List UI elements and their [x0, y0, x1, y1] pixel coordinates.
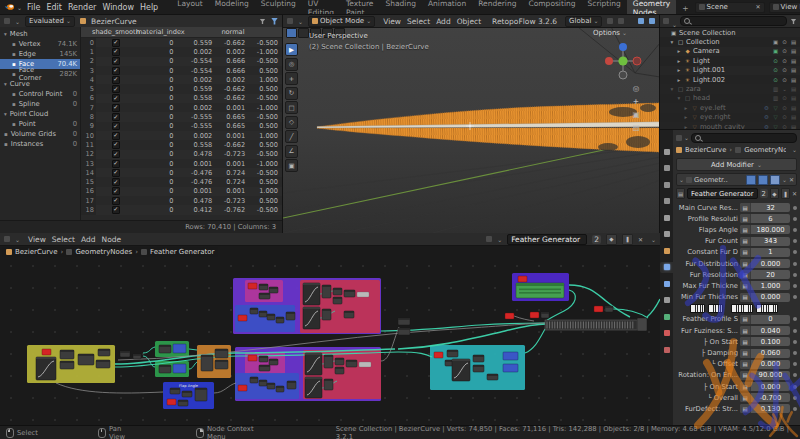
filter-icon[interactable]	[260, 18, 266, 24]
value-slider[interactable]: ▤0.130	[740, 404, 790, 413]
checkbox-icon[interactable]	[112, 76, 120, 84]
input-attribute-toggle-icon[interactable]: ▤	[740, 382, 751, 391]
outliner-row-head[interactable]: ▾□head▥⊙▤	[660, 94, 800, 103]
value-slider[interactable]: ▤0.000	[740, 382, 790, 391]
table-row[interactable]: 1800.412-0.762-0.500	[81, 205, 282, 214]
ramp-widget[interactable]	[731, 304, 753, 313]
menu-retopoflow[interactable]: RetopoFlow 3.2.6	[489, 17, 560, 26]
input-attribute-toggle-icon[interactable]: ▤	[740, 371, 751, 380]
node-input[interactable]	[173, 344, 186, 353]
close-icon[interactable]	[756, 3, 761, 11]
new-copy-icon[interactable]: ❚	[622, 234, 633, 245]
outliner-row-scene-collection[interactable]: ▣Scene Collection	[660, 28, 800, 37]
dataset-face-corner[interactable]: ▪Face Corner282K	[0, 69, 80, 79]
shade-smooth-cell[interactable]	[96, 85, 136, 93]
checkbox-icon[interactable]	[112, 169, 120, 177]
proportional-edit-icon[interactable]	[618, 18, 624, 24]
cam-icon[interactable]: ▤	[790, 67, 797, 73]
input-attribute-toggle-icon[interactable]: ▤	[740, 270, 751, 279]
animate-dot-icon[interactable]	[793, 351, 797, 355]
cam-icon[interactable]: ▤	[790, 114, 797, 120]
input-attribute-toggle-icon[interactable]: ▤	[740, 237, 751, 246]
node-tree-icon[interactable]	[486, 236, 492, 242]
dataset-edge[interactable]: ▪Edge145K	[0, 49, 80, 59]
input-attribute-toggle-icon[interactable]: ▤	[740, 326, 751, 335]
remove-modifier-icon[interactable]	[789, 176, 794, 184]
constraints-tab[interactable]	[660, 295, 673, 306]
breadcrumb-item[interactable]: Feather Generator	[150, 248, 214, 256]
shade-smooth-cell[interactable]	[96, 141, 136, 149]
value-slider[interactable]: ▤-0.700	[740, 393, 790, 402]
table-row[interactable]: 90-0.5550.6650.500	[81, 122, 282, 131]
disclosure-down-icon[interactable]: ▾	[669, 39, 675, 45]
shade-smooth-cell[interactable]	[96, 150, 136, 158]
table-row[interactable]: 150-0.4760.7240.500	[81, 177, 282, 186]
select-box-tool-icon[interactable]: ▶	[285, 43, 298, 56]
shade-smooth-cell[interactable]	[96, 76, 136, 84]
pan-hand-icon[interactable]: +	[631, 96, 641, 106]
wrench-icon[interactable]: ⚙	[763, 124, 770, 130]
screen-icon[interactable]: ▥	[772, 86, 779, 92]
feather-object[interactable]	[317, 103, 660, 152]
table-row[interactable]: 400.0020.0021.000	[81, 75, 282, 84]
properties-search-input[interactable]	[691, 133, 797, 143]
input-attribute-toggle-icon[interactable]: ▤	[740, 337, 751, 346]
outliner-row-light-001[interactable]: ▸☀Light.001⊙⊙▤	[660, 66, 800, 75]
node-input[interactable]	[503, 352, 518, 360]
view-layer-tab[interactable]	[660, 196, 673, 207]
tab-geometry-nodes[interactable]: Geometry Nodes	[627, 0, 676, 15]
extras-menu-icon[interactable]	[782, 176, 787, 184]
tab-rendering[interactable]: Rendering	[472, 0, 522, 15]
eye-icon[interactable]: ⊙	[781, 58, 788, 64]
realtime-toggle[interactable]	[758, 175, 768, 185]
object-tab[interactable]	[660, 245, 673, 256]
tab-animation[interactable]: Animation	[422, 0, 472, 15]
gizmo-z-neg-axis[interactable]	[619, 71, 627, 79]
lightdata-icon[interactable]: ⊙	[772, 67, 779, 73]
node-muted[interactable]	[167, 399, 176, 405]
eye-icon[interactable]: ⊙	[781, 48, 788, 54]
breadcrumb-object[interactable]: BezierCurve	[685, 146, 726, 154]
physics-tab[interactable]	[660, 278, 673, 289]
disclosure-right-icon[interactable]: ▸	[676, 48, 682, 54]
breadcrumb-modifier[interactable]: GeometryNode	[744, 146, 786, 154]
users-count[interactable]: 2	[592, 235, 601, 244]
animate-dot-icon[interactable]	[793, 284, 797, 288]
shade-smooth-cell[interactable]	[96, 160, 136, 168]
eye-icon[interactable]: ⊙	[781, 39, 788, 45]
disclosure-right-icon[interactable]: ▸	[683, 124, 689, 130]
overlays-icon[interactable]	[638, 18, 644, 24]
value-slider[interactable]: ▤0.060	[740, 349, 790, 358]
shade-smooth-cell[interactable]	[96, 104, 136, 112]
input-attribute-toggle-icon[interactable]: ▤	[740, 214, 751, 223]
eye-icon[interactable]: ⊙	[781, 95, 788, 101]
dataset-mesh[interactable]: ▾Mesh	[0, 29, 80, 39]
shading-wireframe-button[interactable]	[298, 28, 309, 38]
checkbox-icon[interactable]	[112, 113, 120, 121]
table-row[interactable]: 1100.558-0.6620.500	[81, 140, 282, 149]
eye-icon[interactable]: ⊙	[781, 77, 788, 83]
value-slider[interactable]: ▤180.000	[740, 225, 790, 234]
input-attribute-toggle-icon[interactable]: ▤	[740, 203, 751, 212]
tri-icon[interactable]: ▽	[772, 124, 779, 130]
value-slider[interactable]: ▤343	[740, 237, 790, 246]
eye-icon[interactable]: ⊙	[781, 124, 788, 130]
tab-sculpting[interactable]: Sculpting	[255, 0, 302, 15]
editor-type-icon[interactable]	[287, 18, 293, 24]
new-copy-icon[interactable]: ❚	[781, 188, 790, 199]
outliner-row-mouth-cavity[interactable]: ▸▽mouth cavity⚙▽⊙▤	[660, 122, 800, 130]
value-slider[interactable]: ▤1	[740, 248, 790, 257]
zoom-icon[interactable]: ◎	[631, 83, 641, 93]
disclosure-right-icon[interactable]: ▸	[676, 77, 682, 83]
tab-uv-editing[interactable]: UV Editing	[302, 0, 340, 15]
value-slider[interactable]: ▤0.100	[740, 337, 790, 346]
editor-type-icon[interactable]	[4, 18, 10, 24]
dataset-spline[interactable]: ▪Spline0	[0, 99, 80, 109]
shade-smooth-cell[interactable]	[96, 169, 136, 177]
animate-dot-icon[interactable]	[793, 250, 797, 254]
expand-icon[interactable]	[679, 176, 684, 184]
dataset-point-cloud[interactable]: ▾Point Cloud	[0, 109, 80, 119]
measure-tool-icon[interactable]: ∠	[285, 145, 298, 158]
gizmo-y-axis[interactable]	[618, 56, 627, 65]
render-toggle[interactable]	[770, 175, 780, 185]
